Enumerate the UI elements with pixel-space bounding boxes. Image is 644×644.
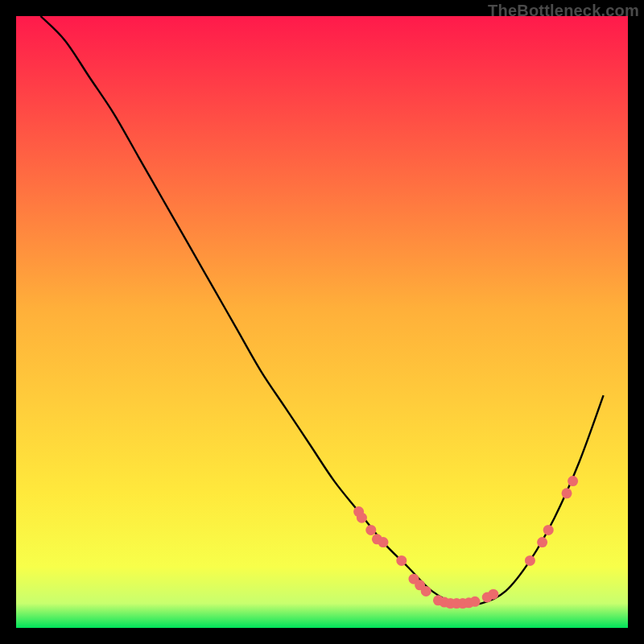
curve-marker (470, 597, 481, 607)
curve-marker (543, 525, 554, 535)
curve-marker (421, 586, 431, 597)
curve-marker (488, 589, 498, 600)
curve-marker (562, 488, 572, 498)
curve-marker (357, 513, 367, 523)
watermark-text: TheBottleneck.com (488, 2, 639, 20)
chart-frame (16, 16, 628, 628)
curve-marker (378, 537, 389, 547)
curve-marker (537, 537, 547, 547)
curve-marker (365, 525, 376, 535)
curve-marker (396, 555, 407, 566)
bottleneck-chart (16, 16, 628, 628)
curve-marker (525, 555, 535, 566)
gradient-background (16, 16, 628, 628)
curve-marker (568, 476, 578, 486)
